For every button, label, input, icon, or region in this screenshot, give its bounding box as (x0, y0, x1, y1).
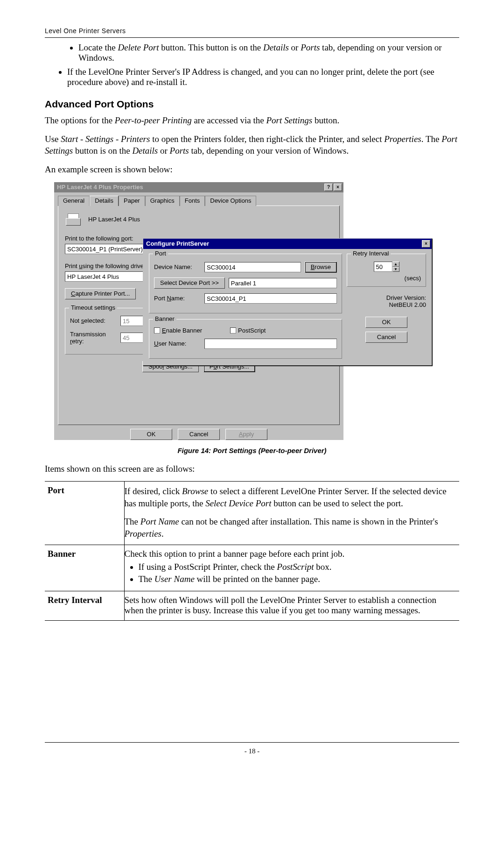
row-key: Port (45, 482, 124, 545)
dialog-cancel-button[interactable]: Cancel (365, 332, 407, 343)
banner-group: Banner Enable Banner PostScript User Nam… (149, 319, 342, 359)
enable-banner-checkbox[interactable]: Enable Banner (154, 327, 202, 334)
table-row: Port If desired, click Browse to select … (45, 482, 459, 545)
row-value: Sets how often Windows will poll the Lev… (124, 591, 459, 620)
italic: Select Device Port (205, 498, 271, 508)
postscript-checkbox[interactable]: PostScript (230, 327, 266, 334)
text: Check this option to print a banner page… (125, 549, 345, 559)
tab-strip: General Details Paper Graphics Fonts Dev… (58, 195, 340, 206)
table-row: Banner Check this option to print a bann… (45, 545, 459, 591)
list-item: If using a PostScript Printer, check the… (139, 562, 455, 572)
ok-button[interactable]: OK (130, 429, 172, 440)
dialog-button-row: OK Cancel Apply (58, 429, 340, 440)
group-title: Timeout settings (69, 304, 117, 311)
select-device-port-button[interactable]: Select Device Port >> (154, 277, 225, 289)
retry-interval-spinner[interactable]: 50 ▲▼ (374, 262, 399, 272)
device-name-input[interactable]: SC300014 (204, 262, 301, 272)
italic: Port Name (140, 517, 179, 526)
text: button. This button is on the (159, 43, 263, 52)
footer-rule (45, 742, 459, 743)
text: are accessed via the (192, 115, 266, 125)
paragraph: Items shown on this screen are as follow… (45, 463, 459, 475)
printer-name: HP LaserJet 4 Plus (88, 216, 140, 223)
port-name-input[interactable]: SC300014_P1 (204, 293, 337, 304)
text: or (158, 146, 169, 156)
text: button can be used to select the port. (272, 498, 403, 508)
retry-value[interactable]: 50 (374, 262, 392, 272)
list-item: The User Name will be printed on the ban… (139, 574, 455, 584)
tab-graphics[interactable]: Graphics (145, 196, 180, 206)
titlebar: HP LaserJet 4 Plus Properties ? × (54, 182, 343, 192)
dialog-ok-button[interactable]: OK (365, 317, 407, 328)
italic: PostScript (277, 562, 314, 572)
text: button. (312, 115, 339, 125)
capture-printer-port-button[interactable]: Capture Printer Port... (65, 288, 136, 299)
properties-window: HP LaserJet 4 Plus Properties ? × Genera… (54, 182, 343, 440)
italic: Delete Port (118, 43, 159, 52)
screenshot: HP LaserJet 4 Plus Properties ? × Genera… (54, 182, 459, 440)
bullet-list: If the LevelOne Printer Server's IP Addr… (45, 67, 459, 87)
label-tx-retry: Transmission retry: (70, 331, 117, 345)
table-row: Retry Interval Sets how often Windows wi… (45, 591, 459, 620)
text: The options for the (45, 115, 115, 125)
page-number: - 18 - (245, 747, 260, 755)
italic: Peer-to-peer Printing (115, 115, 192, 125)
text: will be printed on the banner page. (195, 574, 320, 584)
italic: Ports (301, 43, 320, 52)
text: can not be changed after installation. T… (179, 517, 438, 526)
paragraph: If desired, click Browse to select a dif… (125, 485, 455, 509)
row-key: Banner (45, 545, 124, 591)
paragraph: The Port Name can not be changed after i… (125, 516, 455, 539)
spin-up-icon[interactable]: ▲ (392, 262, 399, 267)
nested-bullet-list: Locate the Delete Port button. This butt… (45, 43, 459, 63)
italic: Start - Settings - Printers (61, 134, 150, 144)
close-icon[interactable]: × (334, 184, 342, 191)
text: If desired, click (125, 486, 182, 496)
paragraph: Use Start - Settings - Printers to open … (45, 133, 459, 157)
tab-general[interactable]: General (58, 196, 90, 206)
italic: Ports (170, 146, 189, 156)
italic: Details (263, 43, 289, 52)
label-secs: (secs) (352, 275, 421, 282)
tab-device-options[interactable]: Device Options (205, 196, 256, 206)
italic: Browse (182, 486, 208, 496)
cancel-button[interactable]: Cancel (178, 429, 220, 440)
close-icon[interactable]: × (422, 240, 430, 248)
window-title: HP LaserJet 4 Plus Properties (57, 184, 143, 191)
port-group: Port Device Name: SC300014 Browse Select… (149, 254, 342, 313)
text: tab, depending on your version of Window… (189, 146, 349, 156)
label: Driver Version: (347, 294, 426, 301)
page-footer: - 18 - (45, 742, 459, 755)
text: Locate the (78, 43, 118, 52)
figure-caption: Figure 14: Port Settings (Peer-to-peer D… (45, 447, 459, 454)
italic: Port Settings (266, 115, 312, 125)
tab-details[interactable]: Details (90, 196, 119, 206)
help-icon[interactable]: ? (324, 184, 333, 191)
row-value: Check this option to print a banner page… (124, 545, 459, 591)
configure-printserver-dialog: Configure PrintServer × Port Device Name… (143, 238, 432, 366)
header-rule (45, 37, 459, 38)
text: or (289, 43, 301, 52)
group-title: Port (153, 250, 168, 257)
browse-button[interactable]: Browse (305, 262, 337, 273)
tab-fonts[interactable]: Fonts (180, 196, 205, 206)
checkbox-icon (230, 327, 236, 333)
text: to open the Printers folder, then right-… (150, 134, 384, 144)
label: PostScript (238, 327, 266, 334)
label-not-selected: Not selected: (70, 317, 117, 324)
label-port-name: Port Name: (154, 295, 201, 302)
apply-button[interactable]: Apply (225, 429, 267, 440)
list-item: If the LevelOne Printer Server's IP Addr… (67, 67, 459, 87)
user-name-input[interactable] (204, 339, 337, 349)
spin-down-icon[interactable]: ▼ (392, 267, 399, 272)
select-port-value[interactable]: Parallel 1 (229, 278, 337, 288)
tab-paper[interactable]: Paper (119, 196, 145, 206)
text: box. (314, 562, 332, 572)
dialog-titlebar: Configure PrintServer × (143, 239, 432, 249)
row-key: Retry Interval (45, 591, 124, 620)
value: NetBEUI 2.00 (347, 301, 426, 308)
text: Use (45, 134, 61, 144)
running-head: Level One Printer Servers (45, 27, 459, 35)
italic: Properties (384, 134, 421, 144)
italic: Properties (125, 529, 162, 539)
